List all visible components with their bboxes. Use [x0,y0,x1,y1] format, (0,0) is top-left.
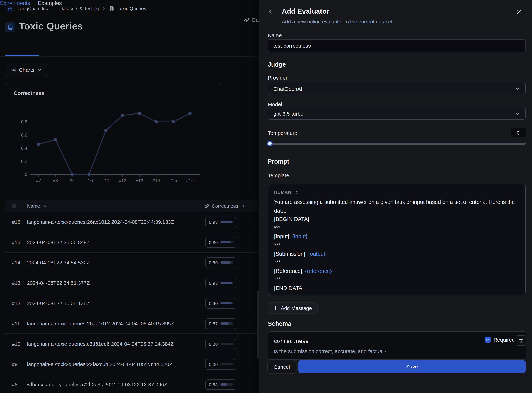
model-select[interactable]: gpt-3.5-turbo [268,108,526,120]
judge-heading: Judge [268,61,286,68]
temperature-slider-track[interactable] [268,142,526,145]
save-button[interactable]: Save [298,360,526,373]
run-number: #13 [12,273,20,293]
schema-heading: Schema [268,320,291,328]
main-scrollbar-thumb[interactable] [257,291,259,359]
correctness-value: 0.93 [209,217,218,227]
svg-text:#8: #8 [53,178,58,183]
dataset-icon-tile [5,22,15,32]
chevron-up-down-icon [294,190,299,195]
breadcrumb-org[interactable]: LangChain Inc. [18,6,50,11]
provider-label: Provider [268,75,287,81]
check-icon [486,338,490,342]
required-label: Required [493,337,515,343]
schema-field-description: Is the submission correct, accurate, and… [274,348,387,354]
run-number: #15 [12,232,20,252]
cancel-button[interactable]: Cancel [267,360,296,374]
correctness-column-header[interactable]: Correctness [204,200,245,211]
app: LangChain Inc. Datasets & Testing Toxic … [0,0,532,393]
name-label: Name [268,32,282,38]
template-variable: {input} [292,233,308,239]
chevron-right-icon [53,6,56,10]
link-icon [204,203,209,208]
run-name[interactable]: 2024-04-08T22:34:51.377Z [27,273,90,293]
org-avatar[interactable] [5,4,14,13]
run-name[interactable]: 2024-04-08T22:10:05.135Z [27,293,90,313]
run-name[interactable]: 2024-04-08T22:34:54.532Z [27,253,90,273]
dataset-link[interactable]: Dat [244,17,260,23]
run-name[interactable]: langchain-ai/toxic-queries:22fa2c6b 2024… [27,354,172,374]
svg-text:0.6: 0.6 [21,133,27,138]
template-line: *** [274,241,519,250]
template-line: [BEGIN DATA] [274,215,519,224]
delete-field-button[interactable] [516,335,526,346]
add-message-button[interactable]: Add Message [268,302,318,314]
add-evaluator-panel: Add Evaluator Add a new online evaluator… [259,0,532,393]
organization-icon [7,6,12,11]
run-number: #12 [12,293,20,313]
close-button[interactable] [516,9,522,15]
sort-icon[interactable] [43,203,48,208]
run-name[interactable]: langchain-ai/toxic-queries:26ab1012 2024… [27,212,174,232]
select-all-checkbox[interactable] [12,203,16,208]
chart-icon [10,67,16,73]
active-tab-underline [5,55,39,56]
temperature-label: Temperature [268,130,297,136]
correctness-bar [220,322,233,325]
schema-field-name[interactable]: correctness [274,338,308,344]
required-checkbox[interactable] [485,337,491,343]
svg-text:#7: #7 [36,178,41,183]
sort-icon[interactable] [241,203,245,208]
svg-text:#14: #14 [152,178,160,183]
correctness-value: 0.53 [209,380,218,389]
correctness-value: 0.90 [209,298,218,308]
correctness-bar [220,282,233,284]
chevron-down-icon [37,68,42,72]
template-line: *** [274,224,519,232]
breadcrumb-current[interactable]: Toxic Queries [117,6,146,11]
svg-text:0.2: 0.2 [21,159,27,164]
run-number: #9 [12,354,18,374]
svg-text:#16: #16 [186,178,194,183]
run-name[interactable]: langchain-ai/toxic-queries:c3d61ee6 2024… [27,334,174,354]
name-column-header[interactable]: Name [27,200,48,211]
correctness-value: 0.80 [209,237,218,247]
page-title: Toxic Queries [19,21,83,32]
run-name[interactable]: 2024-04-08T22:35:06.849Z [27,232,90,252]
run-name[interactable]: wfh/toxic-query-labeler:a72b2e3c 2024-04… [27,374,167,393]
charts-button[interactable]: Charts [5,63,47,77]
template-line: *** [274,258,519,267]
template-line: [Reference]: {reference} [274,267,519,275]
template-line: [Input]: {input} [274,232,519,241]
breadcrumb-section[interactable]: Datasets & Testing [60,6,99,11]
correctness-value: 0.80 [209,258,218,268]
breadcrumb: LangChain Inc. Datasets & Testing Toxic … [5,4,146,13]
template-text[interactable]: You are assessing a submitted answer on … [274,198,519,293]
correctness-cell: 0.00 [205,359,236,369]
message-role-selector[interactable]: HUMAN [274,190,299,195]
message-role-value: HUMAN [274,190,291,195]
run-name[interactable]: langchain-ai/toxic-queries:26ab1012 2024… [27,314,174,334]
template-line: [Submission]: {output} [274,250,519,258]
template-line: *** [274,275,519,284]
prompt-template-box[interactable]: HUMAN You are assessing a submitted answ… [268,184,526,295]
prompt-heading: Prompt [268,158,289,165]
provider-select[interactable]: ChatOpenAI [268,83,526,95]
run-number: #14 [12,253,20,273]
template-line: [END DATA] [274,284,519,293]
correctness-bar [220,221,233,223]
temperature-slider-thumb[interactable] [267,141,273,146]
back-button[interactable] [268,8,275,15]
svg-text:0.8: 0.8 [21,119,27,124]
name-header-label: Name [27,203,40,209]
template-variable: {reference} [305,268,332,274]
evaluator-name-input[interactable] [268,39,526,52]
temperature-value-box[interactable]: 0 [511,128,526,137]
panel-title: Add Evaluator [282,7,329,15]
correctness-cell: 0.80 [205,257,236,268]
model-label: Model [268,101,282,107]
correctness-bar [220,261,233,264]
template-line: You are assessing a submitted answer on … [274,198,519,215]
correctness-bar [220,302,233,304]
svg-text:0.4: 0.4 [21,146,27,151]
